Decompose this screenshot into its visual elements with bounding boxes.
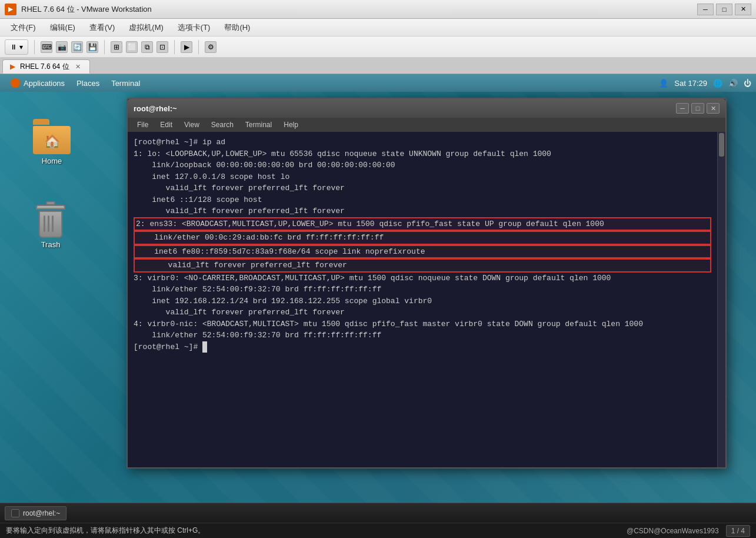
view-split-icon[interactable]: ⧉: [141, 41, 153, 53]
close-button[interactable]: ✕: [735, 4, 751, 15]
status-hint: 要将输入定向到该虚拟机，请将鼠标指针移入其中或按 Ctrl+G。: [6, 526, 205, 536]
menu-vm[interactable]: 虚拟机(M): [123, 20, 169, 35]
vmware-toolbar: ⏸ ▾ ⌨ 📷 🔄 💾 ⊞ ⬜ ⧉ ⊡ ▶ ⚙: [0, 36, 756, 58]
toolbar-separator-2: [104, 40, 105, 54]
view-full-icon[interactable]: ⬜: [126, 41, 138, 53]
terminal-line: inet 192.168.122.1/24 brd 192.168.122.25…: [134, 295, 711, 307]
vm-tab[interactable]: ▶ RHEL 7.6 64 位 ✕: [2, 59, 90, 74]
terminal-line: valid_lft forever preferred_lft forever: [134, 307, 711, 318]
send-ctrl-alt-del-icon[interactable]: ⌨: [41, 41, 52, 53]
terminal-minimize-btn[interactable]: ─: [676, 103, 689, 114]
tab-close-button[interactable]: ✕: [74, 62, 82, 71]
console-icon[interactable]: ▶: [181, 41, 192, 53]
tab-bar: ▶ RHEL 7.6 64 位 ✕: [0, 58, 756, 74]
vm-area: Applications Places Terminal 👤 Sat 17:29…: [0, 74, 756, 523]
taskbar-item-label: root@rhel:~: [23, 509, 60, 517]
gnome-applications-btn[interactable]: Applications: [5, 74, 71, 92]
terminal-menu-view[interactable]: View: [179, 119, 204, 130]
trash-lid: [36, 205, 65, 210]
menu-view[interactable]: 查看(V): [84, 20, 121, 35]
vmware-logo: ▶: [5, 4, 16, 15]
trash-line-3: [52, 215, 54, 232]
rhel-logo: [11, 78, 20, 88]
view-icon[interactable]: ⊞: [111, 41, 122, 53]
home-symbol: 🏠: [44, 134, 60, 150]
gnome-topbar-right: 👤 Sat 17:29 🌐 🔊 ⏻: [659, 79, 751, 88]
terminal-line: inet6 ::1/128 scope host: [134, 194, 711, 206]
terminal-line: [root@rhel ~]#: [134, 341, 711, 353]
terminal-menu-terminal[interactable]: Terminal: [241, 119, 277, 130]
vmware-menubar: 文件(F) 编辑(E) 查看(V) 虚拟机(M) 选项卡(T) 帮助(H): [0, 19, 756, 36]
terminal-menu-file[interactable]: File: [132, 119, 153, 130]
trash-icon: [36, 201, 65, 238]
places-label: Places: [76, 79, 99, 88]
terminal-menu-help[interactable]: Help: [279, 119, 303, 130]
home-folder-icon: 🏠: [33, 119, 71, 154]
terminal-line: 2: ens33: <BROADCAST,MULTICAST,UP,LOWER_…: [134, 217, 711, 231]
trash-body: [39, 211, 62, 238]
terminal-line: [root@rhel ~]# ip ad: [134, 137, 711, 148]
window-title: RHEL 7.6 64 位 - VMware Workstation: [21, 4, 152, 15]
suspend-icon[interactable]: 💾: [86, 41, 98, 53]
terminal-content-area[interactable]: [root@rhel ~]# ip ad1: lo: <LOOPBACK,UP,…: [128, 132, 717, 467]
menu-edit[interactable]: 编辑(E): [44, 20, 81, 35]
snapshot-icon[interactable]: 📷: [56, 41, 68, 53]
view-option-icon[interactable]: ⊡: [156, 41, 168, 53]
maximize-button[interactable]: □: [716, 4, 732, 15]
folder-tab: [33, 119, 49, 125]
trash-icon-label: Trash: [41, 240, 61, 249]
menu-help[interactable]: 帮助(H): [218, 20, 256, 35]
toolbar-separator-4: [198, 40, 199, 54]
statusbar: 要将输入定向到该虚拟机，请将鼠标指针移入其中或按 Ctrl+G。 @CSDN@O…: [0, 523, 756, 538]
taskbar: root@rhel:~: [0, 503, 756, 523]
terminal-title: root@rhel:~: [134, 104, 177, 113]
terminal-line: link/ether 52:54:00:f9:32:70 brd ff:ff:f…: [134, 330, 711, 341]
terminal-line: valid_lft forever preferred_lft forever: [134, 182, 711, 194]
terminal-menu-edit[interactable]: Edit: [155, 119, 177, 130]
terminal-maximize-btn[interactable]: □: [691, 103, 704, 114]
terminal-line: valid_lft forever preferred_lft forever: [134, 258, 711, 273]
gnome-avatar-icon: 👤: [659, 79, 668, 88]
titlebar-controls: ─ □ ✕: [697, 4, 751, 15]
desktop-icon-home[interactable]: 🏠 Home: [29, 115, 74, 169]
volume-icon[interactable]: 🔊: [728, 79, 738, 88]
network-icon[interactable]: 🌐: [713, 79, 722, 88]
terminal-line: inet6 fe80::f859:5d7c:83a9:f68e/64 scope…: [134, 245, 711, 259]
page-indicator: 1 / 4: [726, 525, 750, 537]
gnome-area: Applications Places Terminal 👤 Sat 17:29…: [0, 74, 756, 503]
terminal-titlebar: root@rhel:~ ─ □ ✕: [128, 99, 725, 118]
folder-body: 🏠: [33, 126, 71, 154]
power-menu-icon[interactable]: ⏻: [744, 79, 751, 88]
terminal-menu-search[interactable]: Search: [207, 119, 238, 130]
trash-line-2: [48, 215, 49, 232]
taskbar-terminal-icon: [11, 509, 19, 517]
taskbar-terminal-item[interactable]: root@rhel:~: [5, 506, 66, 520]
snapshot-manager-icon[interactable]: 🔄: [71, 41, 83, 53]
home-icon-label: Home: [42, 157, 62, 165]
vmware-titlebar: ▶ RHEL 7.6 64 位 - VMware Workstation ─ □…: [0, 0, 756, 19]
terminal-content: [root@rhel ~]# ip ad1: lo: <LOOPBACK,UP,…: [128, 132, 717, 357]
terminal-line: link/loopback 00:00:00:00:00:00 brd 00:0…: [134, 160, 711, 171]
terminal-scrollbar[interactable]: [717, 132, 725, 467]
terminal-close-btn[interactable]: ✕: [707, 103, 720, 114]
settings-icon[interactable]: ⚙: [205, 41, 217, 53]
terminal-line: link/ether 00:0c:29:ad:bb:fc brd ff:ff:f…: [134, 231, 711, 245]
terminal-line: link/ether 52:54:00:f9:32:70 brd ff:ff:f…: [134, 284, 711, 295]
terminal-line: 3: virbr0: <NO-CARRIER,BROADCAST,MULTICA…: [134, 273, 711, 284]
minimize-button[interactable]: ─: [697, 4, 714, 15]
gnome-clock: Sat 17:29: [674, 79, 707, 88]
terminal-label: Terminal: [111, 79, 140, 88]
terminal-line: 1: lo: <LOOPBACK,UP,LOWER_UP> mtu 65536 …: [134, 148, 711, 160]
gnome-places-btn[interactable]: Places: [71, 74, 105, 92]
terminal-line: valid_lft forever preferred_lft forever: [134, 205, 711, 217]
gnome-terminal-btn[interactable]: Terminal: [105, 74, 146, 92]
menu-tabs[interactable]: 选项卡(T): [172, 20, 217, 35]
menu-file[interactable]: 文件(F): [5, 20, 42, 35]
power-button[interactable]: ⏸ ▾: [5, 39, 28, 55]
desktop-icon-trash[interactable]: Trash: [32, 198, 69, 253]
terminal-line: 4: virbr0-nic: <BROADCAST,MULTICAST> mtu…: [134, 318, 711, 330]
terminal-menubar: File Edit View Search Terminal Help: [128, 118, 725, 132]
gnome-topbar: Applications Places Terminal 👤 Sat 17:29…: [0, 74, 756, 92]
trash-line-1: [44, 215, 45, 232]
trash-lines: [44, 215, 54, 232]
